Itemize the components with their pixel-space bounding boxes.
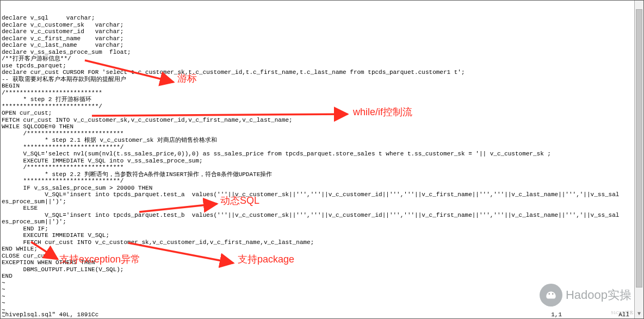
- code-line: DBMS_OUTPUT.PUT_LINE(V_SQL);: [2, 266, 642, 273]
- code-line: BEGIN: [2, 83, 642, 90]
- code-line: EXECUTE IMMEDIATE V_SQL into v_ss_sales_…: [2, 158, 642, 165]
- code-line: FETCH cur_cust INTO v_c_customer_sk,v_c_…: [2, 117, 642, 124]
- scroll-thumb[interactable]: [636, 9, 642, 287]
- code-line: ~: [2, 286, 642, 293]
- code-block: declare v_sql varchar;declare v_c_custom…: [2, 15, 642, 319]
- code-line: es_proce_sum||')';: [2, 218, 642, 226]
- code-line: use tpcds_parquet;: [2, 62, 642, 70]
- code-line: declare v_c_last_name varchar;: [2, 42, 642, 49]
- code-line: END IF;: [2, 226, 642, 233]
- code-line: declare v_c_first_name varchar;: [2, 35, 642, 42]
- code-line: * step 2.2 判断语句，当参数符合A条件做INSERT操作，符合B条件做…: [2, 171, 642, 178]
- status-pos: 1,1: [551, 311, 562, 318]
- code-line: /***************************: [2, 164, 642, 171]
- code-line: EXECUTE IMMEDIATE V_SQL;: [2, 232, 642, 239]
- scroll-down-button[interactable]: ▼: [635, 310, 643, 318]
- code-line: ~: [2, 300, 642, 307]
- code-line: EXCEPTION WHEN OTHERS THEN: [2, 259, 642, 266]
- status-file: "hiveplsql.sql" 40L, 1891Cc: [2, 311, 98, 318]
- code-line: * step 2 打开游标循环: [2, 96, 642, 103]
- code-line: declare cur_cust CURSOR FOR 'select t.c_…: [2, 69, 642, 76]
- code-line: declare v_ss_sales_proce_sum float;: [2, 49, 642, 56]
- code-line: /**打开客户游标信息**/: [2, 55, 642, 62]
- code-line: ELSE: [2, 205, 642, 212]
- code-line: WHILE SQLCODE=0 THEN: [2, 123, 642, 130]
- code-line: IF v_ss_sales_proce_sum > 20000 THEN: [2, 185, 642, 192]
- vertical-scrollbar[interactable]: ▲ ▼: [634, 1, 643, 318]
- code-line: END: [2, 273, 642, 280]
- code-line: ***************************/: [2, 144, 642, 151]
- code-line: /***************************: [2, 90, 642, 97]
- code-line: V_SQL='insert into tpcds_parquet.test_b …: [2, 212, 642, 219]
- code-line: ***************************/: [2, 103, 642, 110]
- code-line: declare v_c_customer_sk varchar;: [2, 22, 642, 29]
- code-line: * step 2.1 根据 v_c_customer_sk 对商店的销售价格求和: [2, 137, 642, 144]
- code-line: FETCH cur_cust INTO v_c_customer_sk,v_c_…: [2, 239, 642, 246]
- code-line: OPEN cur_cust;: [2, 110, 642, 117]
- tiny-watermark: 51CTO博客: [611, 310, 634, 317]
- code-line: ~: [2, 280, 642, 287]
- code-line: declare v_sql varchar;: [2, 15, 642, 22]
- code-line: /***************************: [2, 130, 642, 137]
- terminal-viewport[interactable]: declare v_sql varchar;declare v_c_custom…: [0, 0, 644, 319]
- code-line: declare v_c_customer_id varchar;: [2, 28, 642, 35]
- code-line: V_SQL='insert into tpcds_parquet.test_a …: [2, 191, 642, 198]
- code-line: CLOSE cur_cust;: [2, 253, 642, 260]
- code-line: END WHILE;: [2, 246, 642, 253]
- code-line: -- 获取需要对私客户本期存款到期的提醒用户: [2, 76, 642, 83]
- code-line: es_proce_sum||')';: [2, 198, 642, 205]
- code-line: ***************************/: [2, 178, 642, 185]
- code-line: ~: [2, 293, 642, 301]
- vim-status-line: "hiveplsql.sql" 40L, 1891Cc 1,1 All: [2, 311, 633, 318]
- code-line: V_SQL='select nvl(sum(nvl(t.ss_sales_pri…: [2, 151, 642, 158]
